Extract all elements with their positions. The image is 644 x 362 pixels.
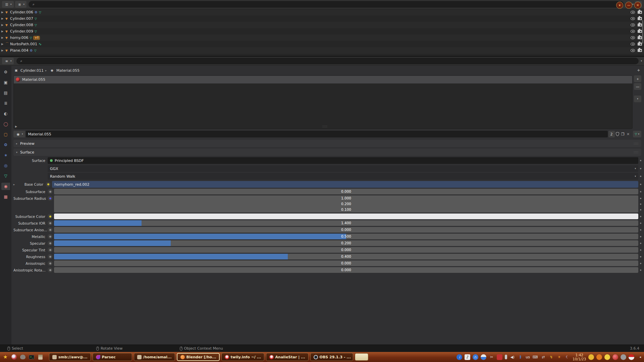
gimp-launcher-icon[interactable] xyxy=(19,353,26,361)
taskbar-empty-slot[interactable] xyxy=(355,353,368,361)
hide-eye-icon[interactable] xyxy=(631,30,635,33)
disable-render-icon[interactable] xyxy=(638,43,642,46)
material-users-count[interactable]: 2 xyxy=(608,131,615,137)
subsurface-method-dropdown[interactable]: Random Walk▾ xyxy=(48,173,638,180)
tab-output-icon[interactable]: ▤ xyxy=(1,89,10,97)
tab-object-data-icon[interactable]: ▽ xyxy=(1,172,10,180)
outliner-row-plane004[interactable]: ▶▼Plane.004 ⚙▽ xyxy=(0,47,644,54)
properties-type-button[interactable]: ≡▾ xyxy=(2,58,14,64)
files-launcher-icon[interactable] xyxy=(37,353,44,361)
terminal-launcher-icon[interactable]: >_ xyxy=(28,353,35,361)
headphones-tray-icon[interactable]: ∩ xyxy=(473,354,478,360)
add-material-slot-button[interactable]: ＋ xyxy=(634,75,641,82)
outliner-display-mode[interactable]: ≣▾ xyxy=(15,1,27,8)
outliner-scrollbar[interactable] xyxy=(642,20,643,44)
tab-texture-icon[interactable]: ▦ xyxy=(1,193,10,200)
disable-render-icon[interactable] xyxy=(638,36,642,39)
taskbar-window-twily[interactable]: twily.info ~/ ... xyxy=(221,353,264,361)
pill-tray-icon[interactable] xyxy=(629,354,634,360)
tab-particles-icon[interactable]: ∗ xyxy=(1,152,10,159)
close-button[interactable]: ✕ xyxy=(634,2,641,9)
material-slot-selected[interactable]: Material.055 xyxy=(14,76,632,83)
menu-star-icon[interactable]: ★ xyxy=(2,353,9,361)
hide-eye-icon[interactable] xyxy=(631,49,635,52)
disable-render-icon[interactable] xyxy=(638,30,642,33)
record-tray-icon[interactable] xyxy=(497,354,502,360)
copy-material-icon[interactable]: ❐ xyxy=(620,131,626,137)
taskbar-window-home[interactable]: /home/amal... xyxy=(134,353,175,361)
keyboard-layout-indicator[interactable]: us xyxy=(526,355,530,359)
disable-render-icon[interactable] xyxy=(638,49,642,52)
sun-tray-icon[interactable]: ☀ xyxy=(556,354,562,360)
outliner-row-cylinder008[interactable]: ▶▼Cylinder.008 ▽ xyxy=(0,22,644,28)
socket-decorator[interactable] xyxy=(48,241,53,246)
metallic-slider[interactable]: 0.500 xyxy=(54,234,638,239)
disable-render-icon[interactable] xyxy=(638,17,642,20)
subsurface-radius-z[interactable]: 0.100 xyxy=(54,207,638,213)
outliner-search-field[interactable]: ⌕ xyxy=(29,1,624,8)
surface-shader-button[interactable]: Principled BSDF xyxy=(48,157,638,164)
surface-panel-header[interactable]: ▾Surface:::: xyxy=(13,148,641,156)
socket-decorator[interactable] xyxy=(48,221,53,226)
specular-tint-slider[interactable]: 0.000 xyxy=(54,247,638,253)
grey-orb-tray-icon[interactable] xyxy=(621,354,626,360)
hide-eye-icon[interactable] xyxy=(631,11,635,14)
base-color-expand-icon[interactable]: ▸ xyxy=(13,183,17,186)
taskbar-window-obs[interactable]: OBS 29.1.3 - ... xyxy=(310,353,353,361)
outliner-row-nurbspath001[interactable]: ▶⌒NurbsPath.001 ∿ xyxy=(0,41,644,47)
base-color-socket-icon[interactable] xyxy=(46,182,51,187)
material-name-field[interactable]: Material.055 xyxy=(26,131,608,137)
socket-decorator[interactable] xyxy=(48,189,53,194)
taskbar-window-analiestar[interactable]: AnalieStar | ... xyxy=(266,353,309,361)
unlink-material-icon[interactable]: ✕ xyxy=(626,131,631,137)
volume-tray-icon[interactable]: ◀) xyxy=(509,354,515,360)
scissors-tray-icon[interactable]: ✂ xyxy=(489,354,494,360)
socket-decorator[interactable] xyxy=(48,267,53,273)
minimize-button[interactable]: — xyxy=(625,2,632,9)
notify-orange-tray-icon[interactable] xyxy=(596,354,602,360)
tab-object-icon[interactable]: ▢ xyxy=(1,131,10,138)
distribution-dropdown[interactable]: GGX▾ xyxy=(48,165,638,172)
notify-yellow-tray-icon[interactable] xyxy=(588,354,594,360)
outliner-row-cylinder009[interactable]: ▶▼Cylinder.009 ▽ xyxy=(0,28,644,35)
properties-options-chevron[interactable]: ▾ xyxy=(641,60,642,62)
outliner-row-cylinder006[interactable]: ▶▼ Cylinder.006 ⚙▽ xyxy=(0,9,644,15)
subsurface-radius-x[interactable]: 1.000 xyxy=(54,195,638,201)
socket-decorator[interactable] xyxy=(48,247,53,252)
anisotropic-rotation-slider[interactable]: 0.000 xyxy=(54,267,638,273)
material-specials-button[interactable]: ▾ xyxy=(634,96,641,102)
subsurface-color-swatch[interactable] xyxy=(54,214,638,219)
tab-viewlayer-icon[interactable]: ≣ xyxy=(1,100,10,107)
outliner-row-cylinder007[interactable]: ▶▼Cylinder.007 ▽ xyxy=(0,15,644,22)
emoji-tray-icon[interactable] xyxy=(604,354,610,360)
music-tray-icon[interactable]: ♪ xyxy=(465,354,470,360)
socket-decorator[interactable] xyxy=(48,227,53,232)
socket-decorator[interactable] xyxy=(48,234,53,239)
taskbar-window-blender[interactable]: Blender [/ho... xyxy=(177,353,220,361)
pin-id-icon[interactable]: ✛ xyxy=(636,68,641,73)
browse-material-icon[interactable]: ◉▾ xyxy=(13,131,25,137)
remove-material-slot-button[interactable]: — xyxy=(634,83,641,90)
media-tray-icon[interactable] xyxy=(481,354,486,360)
tab-tool-icon[interactable]: ⚙ xyxy=(1,68,10,76)
disable-render-icon[interactable] xyxy=(638,11,642,14)
disclosure-icon[interactable]: ▶ xyxy=(1,11,5,14)
tab-world-icon[interactable]: ◯ xyxy=(1,120,10,128)
info-tray-icon[interactable]: i xyxy=(457,354,462,360)
tab-scene-icon[interactable]: ◐ xyxy=(1,110,10,117)
tray-expander-icon[interactable]: ◂ xyxy=(639,355,641,359)
specular-slider[interactable]: 0.200 xyxy=(54,240,638,246)
socket-decorator[interactable] xyxy=(48,254,53,259)
hide-eye-icon[interactable] xyxy=(631,36,635,39)
network-tray-icon[interactable]: ⇄ xyxy=(540,354,546,360)
disable-render-icon[interactable] xyxy=(638,23,642,26)
slot-link-dropdown[interactable]: ▽▾ xyxy=(633,131,641,137)
subsurface-slider[interactable]: 0.000 xyxy=(54,189,638,194)
tab-modifiers-icon[interactable]: ⚙ xyxy=(1,141,10,148)
subsurface-ior-slider[interactable]: 1.400 xyxy=(54,220,638,226)
slot-drag-handle[interactable]: :::: xyxy=(323,125,328,128)
base-color-texture-button[interactable]: hornyhorn_red.002 xyxy=(52,181,638,188)
keyboard-tray-icon[interactable]: ⌨ xyxy=(532,354,538,360)
subsurface-anisotropy-slider[interactable]: 0.000 xyxy=(54,227,638,233)
roughness-slider[interactable]: 0.400 xyxy=(54,254,638,259)
